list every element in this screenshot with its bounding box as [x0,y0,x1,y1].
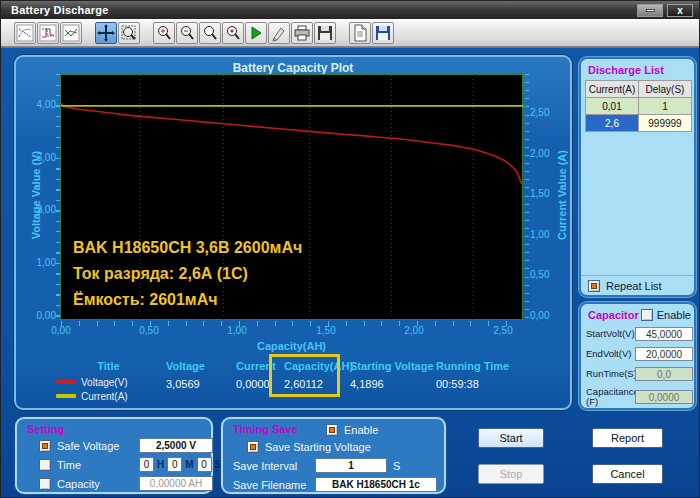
startvolt-input[interactable] [635,327,693,341]
curve-plot-button[interactable] [14,22,36,44]
close-button[interactable]: x [667,4,693,17]
table-row[interactable]: 0,01 1 [586,98,692,115]
timing-save-title: Timing Save [233,423,298,435]
save-starting-voltage-label: Save Starting Voltage [265,441,371,453]
zoom-reset-icon [224,24,242,42]
report-doc-button[interactable] [349,22,371,44]
capacity-input[interactable] [139,476,213,491]
run-icon [247,24,265,42]
stats-title-column: Title [56,360,161,372]
capacitor-enable-checkbox[interactable] [641,309,653,321]
erase-icon [270,24,288,42]
x-axis-label: Capacity(AH) [60,340,523,352]
repeat-list-label: Repeat List [606,280,662,292]
chart-legend: Voltage(V) Current(A) [56,375,128,403]
column-header-current[interactable]: Current(A) [586,81,639,98]
capacity-checkbox[interactable] [39,478,51,490]
save-starting-voltage-checkbox[interactable] [247,441,259,453]
x-tick: 2,50 [485,325,521,336]
minimize-icon [646,9,655,12]
runtime-input [635,367,693,381]
line-plot-button[interactable] [60,22,82,44]
window-title: Battery Discharge [11,4,109,16]
column-header-delay[interactable]: Delay(S) [639,81,692,98]
client-area: Battery Capacity Plot BAK H18650CH 3,6В … [1,47,700,498]
capacity-label: Capacity [57,478,139,490]
save-data-icon [374,24,392,42]
time-hours-input[interactable] [139,457,154,472]
step-plot-button[interactable] [37,22,59,44]
x-tick: 1,00 [219,325,255,336]
time-seconds-input[interactable] [197,457,212,472]
runtime-field: RunTime(S) [586,367,693,381]
right-axis-minor-ticks [525,74,529,320]
stop-button[interactable]: Stop [478,464,544,484]
stats-running-time: Running Time00:59:38 [436,360,524,390]
discharge-list-panel: Discharge List Current(A) Delay(S) 0,01 … [579,57,696,297]
setting-panel: Setting Safe Voltage Time H M S Capacity [15,417,213,494]
y-left-tick: 0,00 [22,310,56,321]
plot-title: Battery Capacity Plot [16,61,570,75]
y-left-tick: 1,00 [22,257,56,268]
endvolt-input[interactable] [635,347,693,361]
battery-discharge-window: Battery Discharge x Battery Capacity Plo… [0,0,700,498]
left-axis-minor-ticks [56,74,60,320]
report-button[interactable]: Report [592,428,663,448]
y-left-tick: 3,00 [22,152,56,163]
legend-item: Voltage(V) [56,375,128,389]
safe-voltage-label: Safe Voltage [57,440,139,452]
cell-delay[interactable]: 1 [639,98,692,115]
curve-plot-icon [16,24,34,42]
titlebar[interactable]: Battery Discharge x [1,1,699,19]
save-data-button[interactable] [372,22,394,44]
y-right-tick: 0,50 [530,269,564,280]
table-row[interactable]: 2,6 999999 [586,115,692,132]
run-button[interactable] [245,22,267,44]
zoom-out-icon [178,24,196,42]
zoom-reset-button[interactable] [222,22,244,44]
time-minutes-input[interactable] [167,457,182,472]
time-checkbox[interactable] [39,459,51,471]
cell-delay[interactable]: 999999 [639,115,692,132]
save-interval-input[interactable] [315,458,387,473]
save-button[interactable] [314,22,336,44]
save-filename-input[interactable] [315,477,437,492]
zoom-in-button[interactable] [153,22,175,44]
x-tick: 0,50 [131,325,167,336]
capacitance-input [635,390,693,404]
save-interval-unit: S [393,460,400,472]
x-tick: 0,00 [43,325,79,336]
current-series-swatch [56,394,76,398]
pan-crosshair-icon [97,24,115,42]
timing-save-enable-checkbox[interactable] [326,424,338,436]
endvolt-field: EndVolt(V) [586,347,693,361]
pan-crosshair-button[interactable] [95,22,117,44]
x-tick: 2,00 [396,325,432,336]
start-button[interactable]: Start [478,428,544,448]
cancel-button[interactable]: Cancel [592,464,663,484]
stats-voltage: Voltage3,0569 [166,360,236,390]
zoom-region-button[interactable] [118,22,140,44]
starting-voltage-value: 4,1896 [350,378,442,390]
voltage-value: 3,0569 [166,378,236,390]
zoom-window-button[interactable] [199,22,221,44]
capacitance-field: Capacitance (F) [586,387,693,407]
voltagev-series-line [61,103,522,184]
chart-area[interactable]: BAK H18650CH 3,6В 2600мАч Ток разряда: 2… [60,74,523,320]
cell-current-selected[interactable]: 2,6 [586,115,639,132]
timing-save-panel: Timing Save Enable Save Starting Voltage… [221,417,446,494]
capacitor-panel: Capacitor Enable StartVolt(V) EndVolt(V)… [579,302,696,410]
line-plot-icon [62,24,80,42]
minimize-button[interactable] [637,4,663,17]
running-time-value: 00:59:38 [436,378,524,390]
safe-voltage-checkbox[interactable] [39,440,51,452]
y-right-tick: 1,50 [530,188,564,199]
erase-button[interactable] [268,22,290,44]
zoom-out-button[interactable] [176,22,198,44]
cell-current[interactable]: 0,01 [586,98,639,115]
stats-header-title: Title [56,360,161,372]
repeat-list-checkbox[interactable] [588,280,600,292]
safe-voltage-input[interactable] [139,438,213,453]
zoom-region-icon [120,24,138,42]
print-button[interactable] [291,22,313,44]
